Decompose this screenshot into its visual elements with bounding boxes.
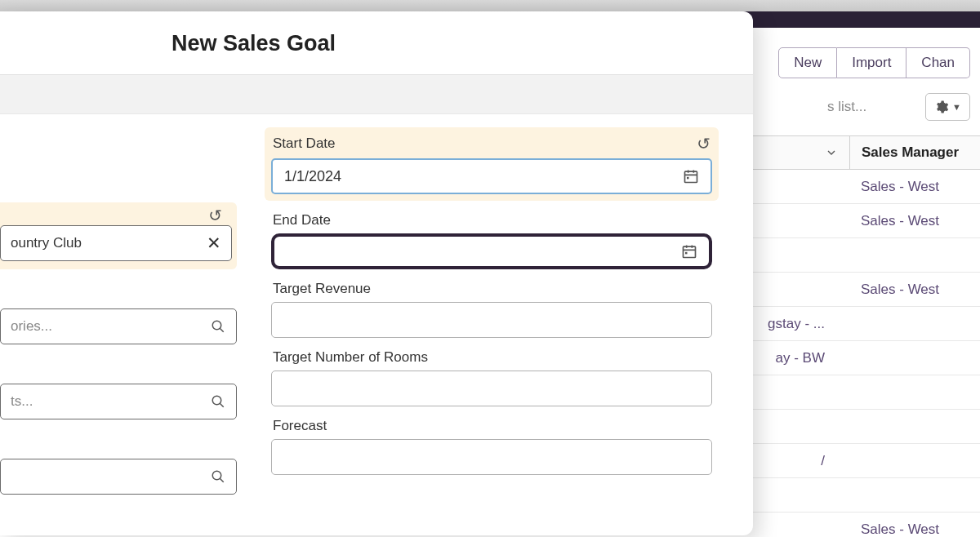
calendar-icon[interactable] [681, 243, 697, 260]
modal-title: New Sales Goal [172, 31, 753, 56]
accounts-lookup-input[interactable] [0, 384, 237, 419]
svg-line-5 [220, 478, 224, 482]
end-date-field[interactable] [286, 243, 681, 260]
account-lookup-input[interactable]: ✕ [0, 225, 232, 261]
import-button[interactable]: Import [837, 47, 906, 78]
target-revenue-label: Target Revenue [273, 281, 371, 297]
end-date-group: End Date [271, 212, 712, 269]
search-list-input[interactable]: s list... [827, 99, 915, 115]
account-lookup-field[interactable] [11, 235, 207, 251]
accounts-lookup-field[interactable] [11, 393, 210, 410]
categories-lookup-field[interactable] [11, 318, 210, 335]
column-header-sales-manager[interactable]: Sales Manager [849, 136, 980, 169]
search-icon [210, 468, 226, 485]
search-icon [210, 393, 226, 410]
change-owner-button[interactable]: Chan [906, 47, 970, 78]
lookup-input-4[interactable] [0, 459, 237, 495]
browser-chrome [0, 0, 980, 11]
target-revenue-input[interactable] [271, 302, 712, 338]
table-cell[interactable]: Sales - West [849, 513, 980, 538]
table-cell[interactable]: Sales - West [849, 171, 980, 203]
start-date-group: Start Date ↻ [265, 127, 719, 201]
start-date-field[interactable] [284, 168, 683, 185]
forecast-group: Forecast [271, 418, 712, 475]
categories-lookup-input[interactable] [0, 308, 237, 344]
modal-header: New Sales Goal [0, 11, 753, 75]
list-settings-button[interactable]: ▼ [925, 93, 970, 121]
svg-point-4 [212, 471, 221, 480]
svg-rect-6 [685, 171, 697, 182]
table-cell: / [809, 445, 849, 477]
table-cell[interactable]: Sales - West [849, 205, 980, 237]
clear-icon[interactable]: ✕ [207, 233, 221, 253]
target-rooms-input[interactable] [271, 371, 712, 406]
calendar-icon[interactable] [683, 168, 699, 184]
undo-icon[interactable]: ↻ [697, 134, 710, 153]
svg-rect-10 [687, 177, 689, 180]
end-date-label: End Date [273, 212, 331, 229]
gear-icon [934, 100, 949, 114]
table-cell [849, 247, 980, 264]
target-revenue-group: Target Revenue [271, 281, 712, 338]
table-cell[interactable]: ay - BW [764, 342, 849, 375]
table-cell[interactable]: Sales - West [849, 273, 980, 306]
forecast-label: Forecast [273, 418, 327, 434]
chevron-down-icon[interactable] [825, 146, 838, 159]
new-sales-goal-modal: New Sales Goal ↻ ✕ [0, 11, 753, 535]
start-date-input[interactable] [271, 158, 712, 194]
new-button[interactable]: New [778, 47, 837, 78]
lookup-group-4 [0, 459, 237, 495]
lookup-field-4[interactable] [11, 468, 210, 485]
modal-subheader [0, 75, 753, 114]
svg-point-0 [212, 321, 221, 330]
undo-icon[interactable]: ↻ [208, 206, 222, 225]
svg-line-1 [220, 328, 224, 332]
accounts-lookup-group [0, 384, 237, 419]
svg-rect-15 [685, 252, 688, 255]
table-cell[interactable]: gstay - ... [756, 308, 849, 340]
categories-lookup-group [0, 308, 237, 344]
account-lookup-group: ↻ ✕ [0, 202, 237, 269]
svg-line-3 [220, 403, 224, 407]
target-rooms-group: Target Number of Rooms [271, 349, 712, 406]
target-rooms-label: Target Number of Rooms [273, 349, 428, 366]
forecast-input[interactable] [271, 439, 712, 475]
start-date-label: Start Date [273, 135, 336, 152]
svg-rect-11 [684, 246, 696, 257]
svg-point-2 [212, 396, 221, 405]
search-icon [210, 318, 226, 335]
end-date-input[interactable] [271, 233, 712, 269]
